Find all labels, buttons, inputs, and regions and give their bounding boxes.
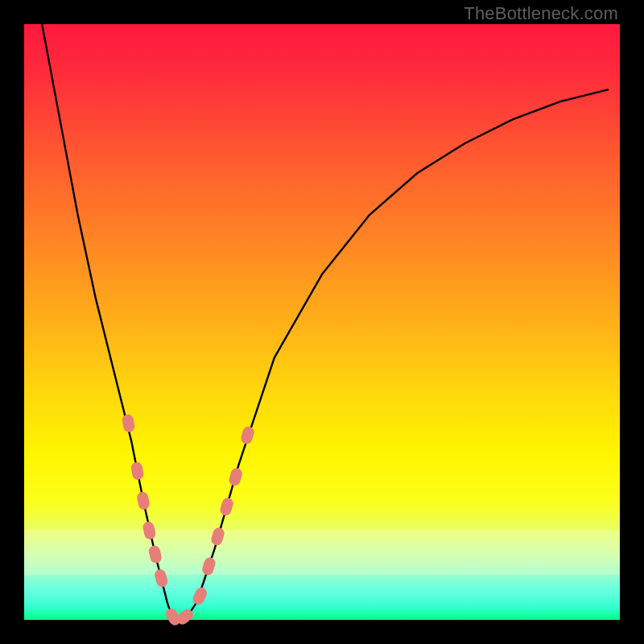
watermark-label: TheBottleneck.com	[464, 3, 618, 24]
plot-area	[24, 24, 620, 620]
highlight-band	[24, 530, 620, 575]
chart-frame: TheBottleneck.com	[0, 0, 644, 644]
